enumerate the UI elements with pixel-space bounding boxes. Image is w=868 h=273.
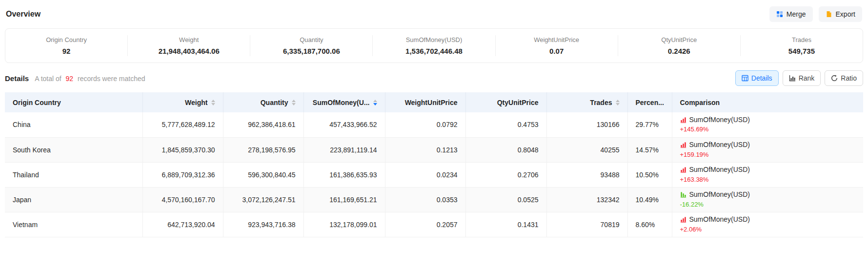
sort-carets-icon <box>373 100 377 105</box>
cell-percent: 29.77% <box>627 112 672 137</box>
export-button[interactable]: Export <box>819 6 862 22</box>
cell-weight-unit-price: 0.0792 <box>385 112 465 137</box>
export-icon <box>826 11 832 18</box>
cell-percent: 14.57% <box>627 137 672 162</box>
column-label: Comparison <box>680 99 720 106</box>
stat-value: 549,735 <box>745 47 859 55</box>
column-label: WeightUnitPrice <box>405 99 458 106</box>
overview-stats-card: Origin Country92Weight21,948,403,464.06Q… <box>5 28 863 63</box>
bar-chart-icon <box>680 117 686 123</box>
comparison-percent: +163.38% <box>680 176 856 184</box>
view-button-label: Rank <box>799 74 815 82</box>
cell-trades: 93488 <box>546 162 627 187</box>
table-header-row: Origin CountryWeightQuantitySumOfMoney(U… <box>5 92 863 112</box>
comparison-metric-label: SumOfMoney(USD) <box>689 190 750 199</box>
cell-origin-country: China <box>5 112 142 137</box>
column-header-sumofmoney-u[interactable]: SumOfMoney(U... <box>303 92 385 112</box>
comparison-metric-label: SumOfMoney(USD) <box>689 141 750 149</box>
rank-chart-icon <box>789 75 796 82</box>
table-row-vietnam: Vietnam642,713,920.04923,943,716.38132,1… <box>5 212 863 237</box>
comparison-percent: +2.06% <box>680 226 856 233</box>
cell-trades: 70819 <box>546 212 627 237</box>
record-count: 92 <box>66 75 74 83</box>
view-button-details[interactable]: Details <box>735 70 779 86</box>
comparison-percent: +159.19% <box>680 151 856 159</box>
cell-quantity: 3,072,126,247.51 <box>223 187 303 212</box>
column-header-trades[interactable]: Trades <box>546 92 627 112</box>
cell-trades: 40255 <box>546 137 627 162</box>
cell-origin-country: Vietnam <box>5 212 142 237</box>
cell-sum-of-money: 161,169,651.21 <box>303 187 385 212</box>
view-button-rank[interactable]: Rank <box>783 70 821 86</box>
cell-sum-of-money: 132,178,099.01 <box>303 212 385 237</box>
cell-weight-unit-price: 0.0234 <box>385 162 465 187</box>
stat-weightunitprice: WeightUnitPrice0.07 <box>495 35 618 56</box>
comparison: SumOfMoney(USD)+163.38% <box>680 166 856 184</box>
bar-chart-icon <box>680 142 686 148</box>
comparison: SumOfMoney(USD)+2.06% <box>680 215 856 233</box>
cell-origin-country: South Korea <box>5 137 142 162</box>
stat-label: Trades <box>745 36 859 43</box>
stat-value: 92 <box>9 47 123 55</box>
bar-chart-icon <box>680 191 686 198</box>
merge-button-label: Merge <box>787 10 806 18</box>
cell-quantity: 278,198,576.95 <box>223 137 303 162</box>
stat-label: QtyUnitPrice <box>622 36 736 43</box>
cell-trades: 132342 <box>546 187 627 212</box>
table-body: China5,777,628,489.12962,386,418.61457,4… <box>5 112 863 237</box>
cell-comparison: SumOfMoney(USD)+2.06% <box>672 212 863 237</box>
stat-quantity: Quantity6,335,187,700.06 <box>250 35 372 56</box>
comparison: SumOfMoney(USD)+159.19% <box>680 141 856 159</box>
merge-button[interactable]: Merge <box>769 6 813 22</box>
cell-sum-of-money: 223,891,119.14 <box>303 137 385 162</box>
sort-carets-icon <box>616 100 620 105</box>
stat-qtyunitprice: QtyUnitPrice0.2426 <box>618 35 740 56</box>
column-label: Quantity <box>261 99 288 106</box>
stat-label: Quantity <box>254 36 368 43</box>
top-bar: Overview Merge Export <box>5 0 863 28</box>
column-header-weight[interactable]: Weight <box>142 92 223 112</box>
cell-comparison: SumOfMoney(USD)+145.69% <box>672 112 863 137</box>
stat-value: 6,335,187,700.06 <box>254 47 368 55</box>
cell-qty-unit-price: 0.0525 <box>465 187 546 212</box>
topbar-actions: Merge Export <box>769 6 862 22</box>
cell-weight: 642,713,920.04 <box>142 212 223 237</box>
stat-label: Weight <box>132 36 246 43</box>
sort-carets-icon <box>211 100 215 105</box>
cell-comparison: SumOfMoney(USD)+163.38% <box>672 162 863 187</box>
bar-chart-icon <box>680 167 686 173</box>
comparison: SumOfMoney(USD)-16.22% <box>680 190 856 209</box>
cell-qty-unit-price: 0.1431 <box>465 212 546 237</box>
stat-weight: Weight21,948,403,464.06 <box>127 35 250 56</box>
bar-chart-icon <box>680 216 686 223</box>
stat-value: 0.07 <box>500 47 614 55</box>
table-row-japan: Japan4,570,160,167.703,072,126,247.51161… <box>5 187 863 212</box>
column-header-origin-country: Origin Country <box>5 92 142 112</box>
cell-origin-country: Japan <box>5 187 142 212</box>
comparison: SumOfMoney(USD)+145.69% <box>680 116 856 134</box>
column-header-qtyunitprice: QtyUnitPrice <box>465 92 546 112</box>
cell-qty-unit-price: 0.8048 <box>465 137 546 162</box>
cell-weight: 6,889,709,312.36 <box>142 162 223 187</box>
cell-quantity: 596,300,840.45 <box>223 162 303 187</box>
column-label: Trades <box>590 99 612 106</box>
cell-qty-unit-price: 0.2706 <box>465 162 546 187</box>
sort-carets-icon <box>292 100 296 105</box>
column-header-weightunitprice: WeightUnitPrice <box>385 92 465 112</box>
page-title: Overview <box>6 10 40 19</box>
cell-weight: 1,845,859,370.30 <box>142 137 223 162</box>
table-icon <box>742 75 748 82</box>
page: Overview Merge Export Origin Country92We… <box>0 0 868 237</box>
stat-label: Origin Country <box>9 36 123 43</box>
export-button-label: Export <box>836 10 855 18</box>
view-button-ratio[interactable]: Ratio <box>825 70 863 86</box>
column-label: SumOfMoney(U... <box>313 99 370 106</box>
cell-quantity: 923,943,716.38 <box>223 212 303 237</box>
cell-comparison: SumOfMoney(USD)+159.19% <box>672 137 863 162</box>
cell-weight: 4,570,160,167.70 <box>142 187 223 212</box>
column-header-quantity[interactable]: Quantity <box>223 92 303 112</box>
cell-origin-country: Thailand <box>5 162 142 187</box>
cell-weight-unit-price: 0.2057 <box>385 212 465 237</box>
view-switch: DetailsRankRatio <box>735 70 863 86</box>
merge-icon <box>776 11 783 18</box>
